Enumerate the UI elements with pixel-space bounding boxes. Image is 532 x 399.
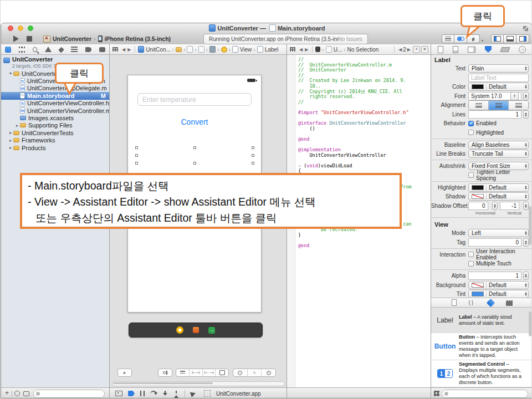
issue-navigator-icon[interactable]	[45, 47, 52, 52]
selection-handle[interactable]	[252, 162, 254, 165]
storyboard-crumb-icon[interactable]	[187, 46, 193, 53]
breakpoint-navigator-icon[interactable]	[85, 47, 91, 52]
breakpoints-toggle-icon[interactable]	[128, 391, 135, 396]
library-item[interactable]: Button Button – Intercepts touch events …	[431, 333, 532, 360]
tag-field[interactable]: 0	[468, 238, 521, 247]
baseline-popup[interactable]: Align Baselines	[468, 141, 529, 149]
inspector-scrollbar[interactable]	[529, 206, 531, 245]
canvas-horizontal-scrollbar[interactable]	[112, 381, 285, 386]
disclosure-icon[interactable]: ▾	[8, 71, 13, 76]
folder-crumb-icon[interactable]	[176, 47, 182, 52]
crumb-project[interactable]: UnitCon...	[146, 47, 170, 53]
step-into-button[interactable]	[162, 391, 168, 396]
attributes-inspector-icon[interactable]	[485, 46, 492, 53]
standard-editor-button[interactable]	[442, 34, 454, 43]
mode-popup[interactable]: Left	[468, 229, 529, 237]
label-crumb-icon[interactable]	[257, 46, 263, 53]
file-row[interactable]: ▸ Supporting Files	[1, 122, 109, 129]
related-items-icon[interactable]	[290, 47, 295, 52]
view-controller-dock-icon[interactable]	[176, 326, 183, 334]
file-row[interactable]: ▸ Products	[1, 144, 109, 151]
file-inspector-icon[interactable]	[438, 46, 443, 53]
toggle-navigator-button[interactable]	[491, 34, 504, 43]
convert-button[interactable]: Convert	[128, 117, 261, 126]
first-responder-dock-icon[interactable]	[193, 327, 199, 333]
tuxedo-icon[interactable]	[315, 47, 320, 52]
shadow-offset-vertical-field[interactable]: -1	[500, 202, 520, 210]
font-field[interactable]: System 17.0T	[468, 92, 521, 100]
font-stepper[interactable]	[523, 92, 529, 100]
file-row[interactable]: m UnitConverterViewController.m	[1, 107, 109, 114]
identity-inspector-icon[interactable]	[468, 47, 475, 53]
pause-button[interactable]	[140, 391, 145, 396]
film-crumb-icon[interactable]	[209, 46, 216, 53]
debug-navigator-icon[interactable]	[71, 47, 77, 53]
step-out-button[interactable]	[173, 391, 179, 396]
selection-handle[interactable]	[135, 162, 138, 165]
selection-handle[interactable]	[135, 154, 138, 157]
enabled-checkbox[interactable]	[468, 121, 474, 126]
media-library-icon[interactable]	[506, 300, 513, 306]
related-items-icon[interactable]	[112, 47, 118, 52]
tint-color-popup[interactable]: Default	[468, 290, 529, 298]
symbol-navigator-icon[interactable]	[19, 47, 25, 53]
highlighted-color-popup[interactable]: Default	[468, 183, 529, 192]
version-editor-button[interactable]: ▾	[467, 34, 480, 43]
multiple-touch-checkbox[interactable]	[468, 261, 474, 267]
step-over-button[interactable]	[150, 391, 157, 396]
test-navigator-icon[interactable]	[59, 47, 65, 53]
library-scrollbar[interactable]	[529, 311, 531, 336]
file-row[interactable]: h UnitConverterViewController.h	[1, 100, 109, 107]
search-navigator-icon[interactable]	[33, 47, 37, 52]
align-button[interactable]	[176, 369, 189, 376]
disclosure-icon[interactable]: ▸	[8, 145, 13, 150]
tighten-checkbox[interactable]	[468, 172, 474, 178]
quick-help-inspector-icon[interactable]	[453, 46, 458, 53]
selection-handle[interactable]	[252, 146, 254, 149]
toggle-utilities-button[interactable]	[516, 34, 529, 43]
forward-button[interactable]: ▶	[305, 47, 308, 52]
connections-inspector-icon[interactable]: →	[519, 46, 526, 53]
pin-center-button[interactable]: ⊢·⊣	[202, 369, 216, 376]
file-row[interactable]: Images.xcassets	[1, 114, 109, 121]
shadow-offset-horizontal-field[interactable]: 0	[468, 202, 488, 210]
linebreaks-popup[interactable]: Truncate Tail	[468, 150, 529, 158]
file-template-library-icon[interactable]	[452, 299, 457, 306]
toggle-debug-area-button[interactable]	[504, 34, 516, 43]
file-row[interactable]: ▸ UnitConverterTests	[1, 129, 109, 136]
assistant-prev-button[interactable]: ◀	[398, 47, 402, 52]
size-inspector-icon[interactable]	[500, 47, 510, 52]
crumb-label[interactable]: Label	[265, 47, 278, 53]
lines-field[interactable]: 1	[468, 110, 521, 119]
file-row[interactable]: Main.storyboard M	[1, 92, 109, 99]
zoom-out-button[interactable]: −	[233, 369, 247, 376]
font-picker-button[interactable]: T	[510, 92, 519, 100]
user-interaction-checkbox[interactable]	[468, 252, 474, 257]
stop-button[interactable]	[27, 36, 32, 42]
view-crumb-icon[interactable]	[232, 46, 238, 53]
add-assistant-button[interactable]: +	[413, 46, 420, 53]
scheme-selector[interactable]: UnitConverter › iPhone Retina (3.5-inch)	[43, 34, 171, 43]
pin-width-button[interactable]: ⊢⊣	[189, 369, 202, 376]
color-popup[interactable]: Default	[468, 83, 529, 91]
library-item[interactable]: Label Label – A variably sized amount of…	[431, 308, 532, 333]
crumb-view[interactable]: View	[240, 47, 252, 53]
text-type-popup[interactable]: Plain	[468, 64, 529, 73]
object-library-icon[interactable]	[486, 299, 495, 308]
scene-crumb-icon[interactable]	[198, 46, 204, 53]
log-navigator-icon[interactable]	[99, 47, 105, 52]
view-controller-crumb-icon[interactable]	[221, 47, 227, 53]
navigator-filter-field[interactable]	[33, 390, 105, 398]
lines-stepper[interactable]	[523, 110, 529, 119]
forward-button[interactable]: ▶	[127, 47, 131, 52]
close-assistant-button[interactable]: ✕	[421, 46, 428, 53]
library-filter-field[interactable]	[442, 390, 528, 398]
project-navigator-icon[interactable]	[5, 47, 11, 53]
crumb-file[interactable]: U...	[334, 47, 342, 53]
add-file-button[interactable]: +	[5, 389, 9, 397]
resolve-size-button[interactable]	[158, 369, 172, 377]
assistant-next-button[interactable]: ▶	[407, 47, 411, 52]
selection-handle[interactable]	[252, 154, 254, 157]
simulate-location-button[interactable]	[190, 390, 200, 397]
exit-dock-icon[interactable]: →	[208, 327, 215, 334]
